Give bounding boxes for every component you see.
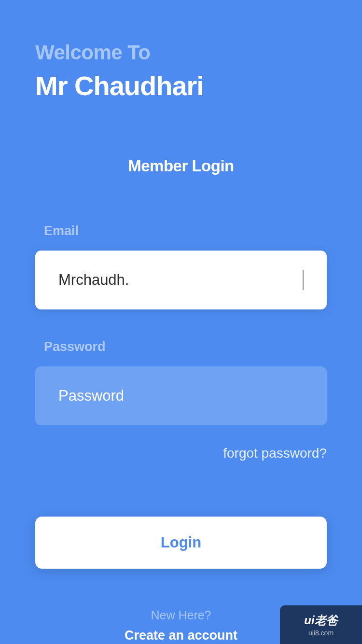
- watermark: ui老爸 uii8.com: [280, 605, 362, 644]
- watermark-logo: ui老爸: [304, 613, 337, 628]
- form-title: Member Login: [0, 157, 362, 175]
- user-name: Mr Chaudhari: [35, 70, 327, 101]
- welcome-text: Welcome To: [35, 41, 327, 64]
- forgot-password-link[interactable]: forgot password?: [35, 446, 327, 461]
- password-label: Password: [44, 339, 327, 354]
- text-cursor: [303, 270, 304, 290]
- password-input[interactable]: [58, 387, 304, 405]
- password-input-wrapper[interactable]: [35, 366, 327, 425]
- email-input[interactable]: Mrchaudh.: [58, 271, 298, 289]
- email-input-wrapper[interactable]: Mrchaudh.: [35, 251, 327, 309]
- email-label: Email: [44, 224, 327, 238]
- watermark-url: uii8.com: [308, 629, 334, 637]
- login-button[interactable]: Login: [35, 517, 327, 569]
- login-button-label: Login: [161, 534, 201, 551]
